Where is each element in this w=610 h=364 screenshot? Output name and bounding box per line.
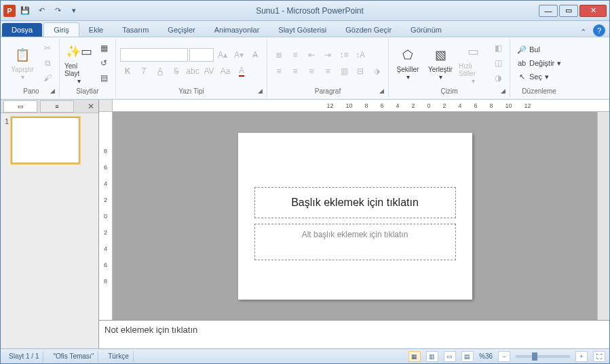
zoom-in-icon[interactable]: + xyxy=(575,351,588,362)
quick-styles-button[interactable]: ▭ Hızlı Stiller ▾ xyxy=(458,41,488,85)
bold-icon[interactable]: K xyxy=(120,64,135,78)
clear-format-icon[interactable]: A̶ xyxy=(248,48,263,62)
vertical-ruler: 864202468 xyxy=(99,112,113,320)
launcher-icon[interactable]: ◢ xyxy=(501,87,506,94)
align-right-icon[interactable]: ≡ xyxy=(304,64,319,78)
paste-button[interactable]: 📋 Yapıştır ▾ xyxy=(7,41,37,85)
launcher-icon[interactable]: ◢ xyxy=(379,87,384,94)
panel-tab-slides[interactable]: ▭ xyxy=(3,100,37,113)
find-label: Bul xyxy=(529,45,540,54)
font-size-combo[interactable] xyxy=(189,48,214,62)
window-title: Sunu1 - Microsoft PowerPoint xyxy=(81,6,539,16)
shadow-icon[interactable]: abc xyxy=(185,64,200,78)
layout-icon[interactable]: ▦ xyxy=(96,41,111,55)
zoom-out-icon[interactable]: − xyxy=(498,351,510,362)
powerpoint-icon: P xyxy=(3,5,16,17)
arrange-button[interactable]: ▧ Yerleştir ▾ xyxy=(425,41,455,85)
tab-home[interactable]: Giriş xyxy=(43,22,79,37)
tab-insert[interactable]: Ekle xyxy=(79,23,113,37)
tab-slideshow[interactable]: Slayt Gösterisi xyxy=(269,23,336,37)
bullets-icon[interactable]: ≣ xyxy=(271,48,286,62)
zoom-level[interactable]: %36 xyxy=(479,352,493,360)
chevron-down-icon: ▾ xyxy=(472,77,475,85)
select-button[interactable]: ↖ Seç ▾ xyxy=(514,70,564,83)
copy-icon[interactable]: ⧉ xyxy=(40,56,55,70)
shape-fill-icon[interactable]: ◧ xyxy=(491,41,506,55)
tab-file[interactable]: Dosya xyxy=(2,23,42,37)
qat-dropdown-icon[interactable]: ▾ xyxy=(67,4,81,18)
find-button[interactable]: 🔎 Bul xyxy=(514,43,564,56)
redo-icon[interactable]: ↷ xyxy=(51,4,64,18)
decrease-indent-icon[interactable]: ⇤ xyxy=(304,48,319,62)
slide-canvas-area[interactable]: Başlık eklemek için tıklatın Alt başlık … xyxy=(113,112,597,320)
status-language[interactable]: Türkçe xyxy=(104,351,134,362)
align-left-icon[interactable]: ≡ xyxy=(271,64,286,78)
list-item[interactable]: 1 xyxy=(5,117,94,163)
shape-effects-icon[interactable]: ◑ xyxy=(491,71,506,85)
chevron-down-icon: ▾ xyxy=(77,77,81,85)
close-button[interactable]: ✕ xyxy=(579,5,607,17)
char-spacing-icon[interactable]: AV xyxy=(202,64,216,78)
shapes-button[interactable]: ⬠ Şekiller ▾ xyxy=(393,41,423,85)
tab-view[interactable]: Görünüm xyxy=(401,23,451,37)
edit-area: 12108642024681012 864202468 Başlık eklem… xyxy=(99,100,609,348)
launcher-icon[interactable]: ◢ xyxy=(258,87,263,94)
horizontal-ruler: 12108642024681012 xyxy=(113,100,609,112)
italic-icon[interactable]: T xyxy=(136,64,151,78)
increase-indent-icon[interactable]: ⇥ xyxy=(320,48,335,62)
tab-design[interactable]: Tasarım xyxy=(113,23,158,37)
slide-thumbnail[interactable] xyxy=(12,117,79,163)
thumb-number: 1 xyxy=(5,117,9,125)
shrink-font-icon[interactable]: A▾ xyxy=(231,48,246,62)
align-text-icon[interactable]: ⊟ xyxy=(353,64,368,78)
undo-icon[interactable]: ↶ xyxy=(35,4,48,18)
smartart-icon[interactable]: ⬗ xyxy=(369,64,384,78)
align-center-icon[interactable]: ≡ xyxy=(288,64,303,78)
zoom-thumb[interactable] xyxy=(532,352,537,361)
reading-view-icon[interactable]: ▭ xyxy=(444,351,456,362)
reset-icon[interactable]: ↺ xyxy=(96,56,111,70)
change-case-icon[interactable]: Aa xyxy=(218,64,233,78)
grow-font-icon[interactable]: A▴ xyxy=(215,48,230,62)
cut-icon[interactable]: ✂ xyxy=(40,41,55,55)
group-drawing: ⬠ Şekiller ▾ ▧ Yerleştir ▾ ▭ Hızlı Still… xyxy=(389,39,510,98)
group-label-editing: Düzenleme xyxy=(514,86,564,96)
justify-icon[interactable]: ≡ xyxy=(320,64,335,78)
tab-animations[interactable]: Animasyonlar xyxy=(205,23,269,37)
normal-view-icon[interactable]: ▦ xyxy=(408,351,421,362)
launcher-icon[interactable]: ◢ xyxy=(50,87,55,94)
line-spacing-icon[interactable]: ↕≡ xyxy=(337,48,351,62)
notes-pane[interactable]: Not eklemek için tıklatın xyxy=(99,320,609,348)
slideshow-view-icon[interactable]: ▤ xyxy=(461,351,474,362)
font-family-combo[interactable] xyxy=(120,48,188,62)
columns-icon[interactable]: ▥ xyxy=(337,64,351,78)
title-placeholder[interactable]: Başlık eklemek için tıklatın xyxy=(254,187,456,218)
subtitle-placeholder[interactable]: Alt başlık eklemek için tıklatın xyxy=(254,224,456,260)
maximize-button[interactable]: ▭ xyxy=(559,5,578,17)
save-icon[interactable]: 💾 xyxy=(18,4,32,18)
numbering-icon[interactable]: ≡ xyxy=(288,48,303,62)
fit-view-icon[interactable]: ⛶ xyxy=(593,351,605,362)
replace-button[interactable]: ab Değiştir ▾ xyxy=(514,57,564,69)
zoom-slider[interactable] xyxy=(516,355,570,358)
chevron-down-icon: ▾ xyxy=(406,73,410,81)
section-icon[interactable]: ▤ xyxy=(96,71,111,85)
ribbon-collapse-icon[interactable]: ⌃ xyxy=(580,28,586,37)
sorter-view-icon[interactable]: ▥ xyxy=(426,351,438,362)
format-painter-icon[interactable]: 🖌 xyxy=(40,71,55,85)
text-direction-icon[interactable]: ↕A xyxy=(353,48,368,62)
tab-review[interactable]: Gözden Geçir xyxy=(336,23,401,37)
panel-close-icon[interactable]: ✕ xyxy=(88,102,94,111)
group-editing: 🔎 Bul ab Değiştir ▾ ↖ Seç ▾ Düzenleme xyxy=(510,39,568,98)
help-icon[interactable]: ? xyxy=(593,24,605,37)
shape-outline-icon[interactable]: ◫ xyxy=(491,56,506,70)
paste-label: Yapıştır xyxy=(11,66,34,73)
vertical-scrollbar[interactable] xyxy=(597,112,609,320)
underline-icon[interactable]: A xyxy=(153,64,168,78)
minimize-button[interactable]: — xyxy=(539,5,558,17)
strike-icon[interactable]: S̶ xyxy=(169,64,184,78)
panel-tab-outline[interactable]: ≡ xyxy=(40,100,74,113)
tab-transitions[interactable]: Geçişler xyxy=(158,23,204,37)
new-slide-button[interactable]: ✨▭ Yeni Slayt ▾ xyxy=(64,41,94,85)
font-color-icon[interactable]: A xyxy=(234,64,249,78)
